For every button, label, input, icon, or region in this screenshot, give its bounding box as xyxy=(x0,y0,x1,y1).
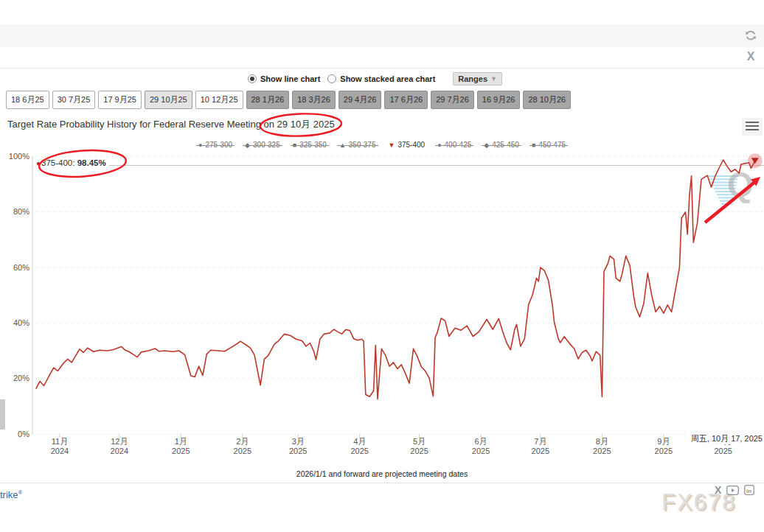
radio-area-icon[interactable] xyxy=(327,74,336,83)
tab-meeting-5[interactable]: 28 1月26 xyxy=(246,91,290,109)
svg-text:in: in xyxy=(746,488,751,494)
legend-label: 375-400 xyxy=(397,141,425,149)
share-band: X xyxy=(0,47,764,69)
tab-meeting-8[interactable]: 17 6月26 xyxy=(384,91,428,109)
youtube-icon[interactable] xyxy=(726,486,739,495)
legend-item-400-425[interactable]: ●400-425 xyxy=(437,141,471,149)
y-tick: 20% xyxy=(3,374,29,382)
page: X Show line chart Show stacked area char… xyxy=(0,0,764,532)
y-tick: 40% xyxy=(3,318,29,327)
legend-item-425-450[interactable]: ◆425-450 xyxy=(484,141,519,149)
x-tick: 2月2025 xyxy=(219,437,266,456)
toolbar-band xyxy=(0,24,764,47)
tab-meeting-10[interactable]: 16 9月26 xyxy=(477,91,521,109)
tab-meeting-0[interactable]: 18 6月25 xyxy=(6,91,49,109)
chart-footnote: 2026/1/1 and forward are projected meeti… xyxy=(0,469,764,478)
chart-title: Target Rate Probability History for Fede… xyxy=(7,118,335,131)
tab-meeting-2[interactable]: 17 9月25 xyxy=(98,91,142,109)
legend-item-450-475[interactable]: ■450-475 xyxy=(532,141,566,149)
legend-marker-icon: ■ xyxy=(532,141,535,149)
x-tick: 4月2025 xyxy=(336,437,383,456)
meeting-date-tabs: 18 6月2530 7月2517 9月2529 10月2510 12月2528 … xyxy=(6,91,571,109)
radio-stacked-area-chart[interactable]: Show stacked area chart xyxy=(327,74,435,83)
x-twitter-icon[interactable]: X xyxy=(743,49,758,64)
legend-marker-icon: ▲ xyxy=(339,141,346,149)
tab-meeting-7[interactable]: 29 4月26 xyxy=(338,91,382,109)
x-tick: 3月2025 xyxy=(274,437,322,456)
legend-label: 325-350 xyxy=(299,141,327,149)
legend-marker-icon: ■ xyxy=(293,141,296,149)
legend-item-325-350[interactable]: ■325-350 xyxy=(293,141,327,149)
social-icons: X in xyxy=(715,484,754,496)
radio-line-icon[interactable] xyxy=(248,74,257,83)
registered-mark: ® xyxy=(18,489,23,496)
x-tick: 6月2025 xyxy=(457,437,504,456)
series-dot-icon: ● xyxy=(36,159,41,167)
divider xyxy=(0,483,764,483)
legend-marker-icon: ◆ xyxy=(484,141,489,149)
ranges-dropdown[interactable]: Ranges ▼ xyxy=(453,72,502,85)
legend-label: 450-475 xyxy=(538,141,566,149)
radio-line-label: Show line chart xyxy=(260,74,320,83)
tab-meeting-4[interactable]: 10 12月25 xyxy=(195,91,243,109)
legend-item-300-325[interactable]: ◆300-325 xyxy=(245,141,280,149)
ranges-label: Ranges xyxy=(458,74,487,83)
svg-text:Q: Q xyxy=(727,165,754,203)
x-tick: 1月2025 xyxy=(157,437,204,456)
y-tick: 60% xyxy=(3,263,29,272)
x-tick: 11月2024 xyxy=(36,437,83,456)
legend-label: 400-425 xyxy=(445,141,472,149)
legend-marker-icon: ▼ xyxy=(389,141,395,149)
y-tick: 80% xyxy=(3,207,29,216)
legend-label: 350-375 xyxy=(349,141,376,149)
legend-label: 300-325 xyxy=(253,141,280,149)
legend-item-275-300[interactable]: ●275-300 xyxy=(198,141,232,149)
chart-legend: ●275-300◆300-325■325-350▲350-375▼375-400… xyxy=(0,141,764,149)
tab-meeting-3[interactable]: 29 10月25 xyxy=(145,91,192,109)
legend-item-375-400[interactable]: ▼375-400 xyxy=(389,141,426,149)
x-tick: 8月2025 xyxy=(578,437,625,456)
tab-meeting-9[interactable]: 29 7月26 xyxy=(431,91,474,109)
hover-date-label: 周五, 10月 17, 2025 xyxy=(686,433,763,444)
x-tick: 7月2025 xyxy=(517,437,564,456)
chart-menu-icon[interactable] xyxy=(742,118,763,136)
legend-label: 425-450 xyxy=(492,141,519,149)
linkedin-icon[interactable]: in xyxy=(744,485,754,495)
tab-meeting-11[interactable]: 28 10月26 xyxy=(523,91,571,109)
tab-meeting-1[interactable]: 30 7月25 xyxy=(52,91,96,109)
refresh-icon[interactable] xyxy=(743,28,758,43)
legend-label: 275-300 xyxy=(205,141,232,149)
x-social-icon[interactable]: X xyxy=(715,484,721,496)
radio-line-chart[interactable]: Show line chart xyxy=(248,74,320,83)
hover-tooltip: ●375-400: 98.45% xyxy=(33,158,109,168)
tooltip-series: 375-400: xyxy=(41,158,77,167)
legend-marker-icon: ◆ xyxy=(245,141,250,149)
radio-area-label: Show stacked area chart xyxy=(340,74,435,83)
legend-marker-icon: ● xyxy=(198,141,202,149)
x-tick: 9月2025 xyxy=(640,437,687,456)
x-tick: 5月2025 xyxy=(396,437,443,456)
chart-type-controls: Show line chart Show stacked area chart … xyxy=(248,72,502,85)
left-edge-strip xyxy=(0,399,5,430)
brand-link[interactable]: trike® xyxy=(0,489,22,500)
x-tick: 12月2024 xyxy=(96,437,143,456)
legend-marker-icon: ● xyxy=(437,141,441,149)
y-tick: 0% xyxy=(3,430,29,438)
legend-item-350-375[interactable]: ▲350-375 xyxy=(339,141,376,149)
chevron-down-icon: ▼ xyxy=(490,75,497,83)
tab-meeting-6[interactable]: 18 3月26 xyxy=(292,91,336,109)
tooltip-value: 98.45% xyxy=(77,158,106,167)
y-tick: 100% xyxy=(3,152,29,161)
